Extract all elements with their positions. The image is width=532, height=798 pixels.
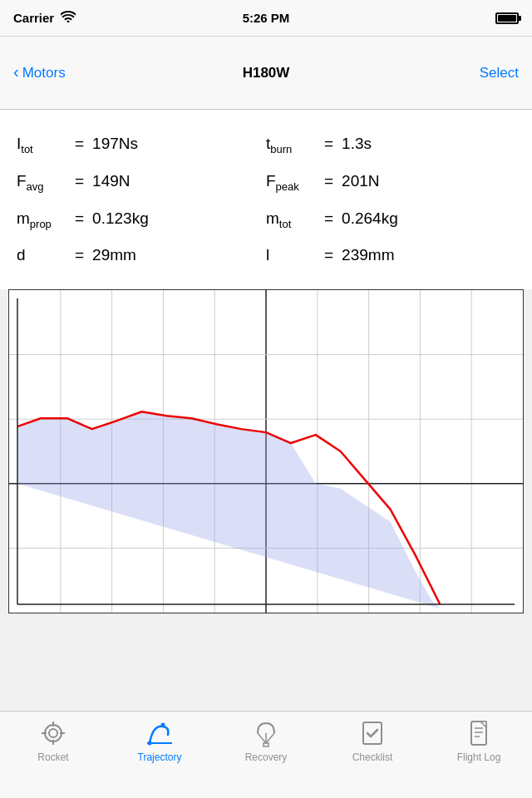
tab-checklist-label: Checklist [352,751,393,763]
recovery-icon [251,718,281,748]
svg-rect-28 [264,743,268,746]
back-button[interactable]: ‹ Motors [13,64,66,81]
spec-l: l = 239mm [266,238,515,273]
flightlog-icon [464,718,494,748]
tab-trajectory[interactable]: Trajectory [106,718,213,763]
checklist-icon [357,718,387,748]
spec-itot: Itot = 197Ns [17,126,266,164]
spec-fpeak: Fpeak = 201N [266,164,515,201]
svg-line-27 [266,733,274,743]
spec-favg: Favg = 149N [17,164,266,201]
spec-tburn: tburn = 1.3s [266,126,515,164]
tab-rocket[interactable]: Rocket [0,718,106,763]
spec-mprop-label: mprop [17,209,66,230]
specs-grid: Itot = 197Ns tburn = 1.3s Favg = 149N Fp… [17,126,515,273]
tab-recovery-label: Recovery [245,751,288,763]
spec-mprop-value: 0.123kg [92,209,149,228]
back-label: Motors [22,65,66,81]
spec-favg-value: 149N [92,172,130,190]
wifi-icon [61,11,76,25]
tab-rocket-label: Rocket [37,751,68,763]
rocket-icon [38,718,68,748]
tab-flightlog-label: Flight Log [457,751,501,763]
back-chevron-icon: ‹ [13,62,19,81]
svg-point-23 [161,723,165,727]
tab-bar: Rocket Trajectory [0,711,532,798]
svg-marker-13 [17,412,440,609]
svg-rect-29 [363,722,382,744]
status-bar-right [495,12,519,24]
svg-point-16 [45,725,62,741]
content-area: Itot = 197Ns tburn = 1.3s Favg = 149N Fp… [0,110,532,289]
spec-d: d = 29mm [17,238,266,273]
tab-trajectory-label: Trajectory [138,751,182,763]
svg-point-17 [49,729,57,737]
spec-tburn-value: 1.3s [342,135,372,153]
status-bar-time: 5:26 PM [243,11,290,25]
svg-line-25 [258,733,266,743]
spec-fpeak-value: 201N [342,172,379,190]
spec-l-value: 239mm [342,246,394,264]
spec-mtot-value: 0.264kg [342,209,398,228]
spec-d-value: 29mm [92,246,136,264]
spec-mtot: mtot = 0.264kg [266,201,515,239]
spec-tburn-label: tburn [266,135,316,155]
carrier-label: Carrier [13,11,54,25]
spec-favg-label: Favg [17,172,66,193]
select-button[interactable]: Select [480,65,519,81]
spec-itot-value: 197Ns [92,135,138,153]
chart-svg [9,290,523,613]
status-bar-left: Carrier [13,11,76,25]
nav-title: H180W [243,65,290,81]
spec-mprop: mprop = 0.123kg [17,201,266,239]
spec-itot-label: Itot [17,135,66,155]
status-bar: Carrier 5:26 PM [0,0,532,37]
battery-icon [495,12,519,24]
spec-fpeak-label: Fpeak [266,172,316,193]
nav-bar: ‹ Motors H180W Select [0,37,532,110]
tab-recovery[interactable]: Recovery [213,718,319,763]
spec-l-label: l [266,246,316,264]
trajectory-icon [145,718,175,748]
tab-flightlog[interactable]: Flight Log [426,718,532,763]
thrust-chart [8,289,524,613]
spec-d-label: d [17,246,66,264]
tab-checklist[interactable]: Checklist [319,718,426,763]
spec-mtot-label: mtot [266,209,316,230]
